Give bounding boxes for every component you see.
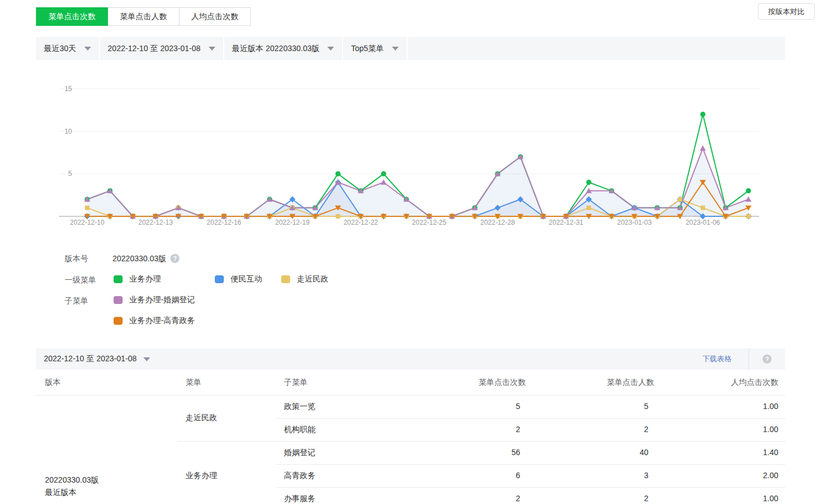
legend-swatch (114, 296, 123, 304)
users-cell: 2 (570, 494, 648, 503)
data-point (746, 188, 751, 193)
x-axis-tick: 2022-12-10 (70, 219, 105, 226)
x-axis-tick: 2023-01-06 (685, 219, 720, 226)
data-point (336, 214, 340, 219)
legend-entry-业务办理-婚姻登记[interactable]: 业务办理-婚姻登记 (114, 295, 195, 305)
chevron-down-icon (392, 47, 399, 51)
submenu-cell: 政策一览 (284, 402, 315, 412)
col-header-submenu: 子菜单 (284, 378, 308, 388)
sub-menu-label: 子菜单 (65, 296, 88, 306)
table-help-icon[interactable]: ? (763, 355, 772, 364)
legend-entry-业务办理-高青政务[interactable]: 业务办理-高青政务 (114, 316, 195, 326)
submenu-cell: 办事服务 (284, 494, 315, 504)
legend-sub-row: 业务办理-婚姻登记 (114, 295, 195, 305)
legend-series-name: 业务办理 (129, 274, 161, 284)
data-point (678, 197, 682, 202)
data-point (700, 146, 706, 151)
legend-swatch (114, 317, 123, 325)
table-divider (276, 464, 785, 465)
version-cell: 20220330.03版 (45, 475, 99, 485)
filter-time-range[interactable]: 最近30天 (36, 37, 100, 60)
x-axis-tick: 2022-12-16 (207, 219, 242, 226)
compare-by-version-button[interactable]: 按版本对比 (758, 3, 815, 20)
col-header-version: 版本 (45, 378, 61, 388)
legend-series-name: 走近民政 (297, 274, 328, 284)
chevron-down-icon (84, 47, 91, 51)
data-point (746, 214, 751, 219)
x-axis-tick: 2022-12-28 (480, 219, 515, 226)
legend-swatch (215, 275, 224, 283)
table-divider (177, 441, 785, 442)
data-point (85, 206, 89, 210)
level1-menu-label: 一级菜单 (65, 275, 96, 285)
avg-cell: 2.00 (700, 471, 778, 480)
clicks-cell: 2 (441, 494, 520, 503)
legend-sub-row: 业务办理-高青政务 (114, 316, 195, 326)
menu-cell: 走近民政 (186, 413, 217, 423)
users-cell: 5 (570, 402, 648, 411)
legend-series-name: 便民互动 (231, 274, 262, 284)
legend-level1-row: 业务办理便民互动走近民政 (114, 274, 328, 284)
table-divider (276, 487, 785, 488)
metric-tabs: 菜单点击次数 菜单点击人数 人均点击次数 (36, 7, 251, 26)
filter-top5-menu[interactable]: Top5菜单 (343, 37, 407, 60)
data-point (587, 206, 591, 210)
submenu-cell: 高青政务 (284, 471, 315, 481)
data-point (700, 112, 705, 117)
x-axis-tick: 2022-12-31 (549, 219, 584, 226)
version-value: 20220330.03版 (112, 254, 166, 264)
filter-version[interactable]: 最近版本 20220330.03版 (224, 37, 344, 60)
filter-top5-menu-value: Top5菜单 (351, 44, 384, 54)
avg-cell: 1.40 (700, 448, 778, 457)
chevron-down-icon[interactable] (143, 357, 150, 361)
series-line-业务办理 (87, 114, 748, 216)
x-axis-tick: 2022-12-13 (138, 219, 173, 226)
x-axis-tick: 2022-12-22 (344, 219, 378, 226)
avg-cell: 1.00 (700, 425, 778, 434)
x-axis-tick: 2022-12-25 (412, 219, 447, 226)
clicks-cell: 2 (441, 425, 520, 434)
data-point (381, 179, 387, 184)
table-toolbar-right: 下载表格 ? (685, 348, 785, 370)
download-table-link[interactable]: 下载表格 (685, 354, 748, 364)
col-header-avg: 人均点击次数 (711, 378, 778, 388)
toolbar-divider (748, 348, 749, 370)
x-axis-tick: 2023-01-03 (617, 219, 652, 226)
legend-entry-业务办理[interactable]: 业务办理 (114, 274, 215, 284)
x-axis-tick: 2022-12-19 (275, 219, 310, 226)
legend-entry-便民互动[interactable]: 便民互动 (215, 274, 281, 284)
data-point (381, 171, 386, 176)
clicks-cell: 5 (441, 402, 520, 411)
chevron-down-icon (327, 47, 334, 51)
legend-series-name: 业务办理-婚姻登记 (129, 295, 195, 305)
y-axis-tick: 15 (65, 85, 73, 93)
table-toolbar: 2022-12-10 至 2023-01-08 下载表格 ? (36, 348, 785, 370)
col-header-users: 菜单点击人数 (587, 378, 654, 388)
filter-date-range-value: 2022-12-10 至 2023-01-08 (108, 44, 201, 54)
series-area-业务办理-婚姻登记 (87, 148, 748, 216)
clicks-cell: 56 (441, 448, 520, 457)
chevron-down-icon (209, 47, 215, 51)
legend-entry-走近民政[interactable]: 走近民政 (281, 274, 328, 284)
submenu-cell: 机构职能 (284, 425, 315, 435)
menu-clicks-trend-chart: 510152022-12-102022-12-132022-12-162022-… (36, 60, 785, 243)
clicks-cell: 6 (441, 471, 520, 480)
legend-series-name: 业务办理-高青政务 (129, 316, 195, 326)
tab-menu-users[interactable]: 菜单点击人数 (108, 7, 179, 26)
avg-cell: 1.00 (700, 402, 778, 411)
filter-version-value: 最近版本 20220330.03版 (232, 44, 320, 54)
filter-time-range-value: 最近30天 (44, 44, 76, 54)
tab-menu-clicks[interactable]: 菜单点击次数 (36, 7, 108, 26)
submenu-cell: 婚姻登记 (284, 448, 315, 458)
version-help-icon[interactable]: ? (170, 254, 179, 263)
tab-avg-clicks[interactable]: 人均点击次数 (179, 7, 251, 26)
col-header-menu: 菜单 (186, 378, 201, 388)
users-cell: 2 (570, 425, 648, 434)
y-axis-tick: 5 (68, 170, 72, 178)
filter-date-range[interactable]: 2022-12-10 至 2023-01-08 (100, 37, 224, 60)
table-date-range[interactable]: 2022-12-10 至 2023-01-08 (44, 354, 137, 364)
users-cell: 3 (570, 471, 648, 480)
users-cell: 40 (570, 448, 648, 457)
data-point (701, 206, 705, 210)
data-point (587, 180, 592, 185)
